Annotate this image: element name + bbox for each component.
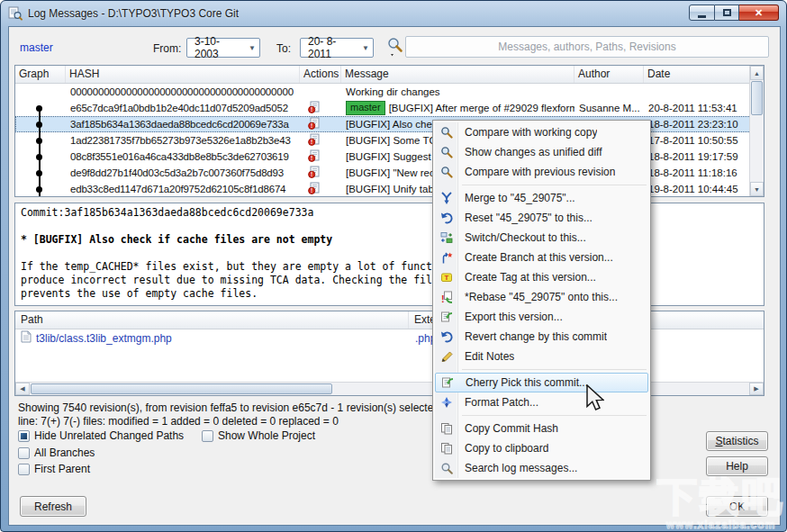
- column-header-actions[interactable]: Actions: [300, 66, 341, 83]
- menu-item-create-branch[interactable]: Create Branch at this version...: [435, 248, 648, 267]
- scroll-right-icon[interactable]: ▶: [749, 383, 764, 395]
- refresh-button[interactable]: Refresh: [20, 496, 86, 517]
- menu-item-edit-notes[interactable]: Edit Notes: [435, 347, 648, 366]
- commit-node-icon: [36, 122, 42, 128]
- table-row[interactable]: 08c8f3551e016a46ca433db8e8b5c3de62703619…: [15, 149, 764, 165]
- branch-icon: [438, 251, 456, 264]
- menu-item-switch-checkout[interactable]: Switch/Checkout to this...: [435, 228, 648, 248]
- column-header-message[interactable]: Message: [341, 66, 574, 83]
- minimize-icon: [698, 15, 706, 18]
- column-header-graph[interactable]: Graph: [15, 66, 66, 83]
- menu-item-revert[interactable]: Revert change by this commit: [435, 327, 648, 347]
- checkbox-unchecked-icon: [18, 464, 30, 475]
- vertical-scrollbar[interactable]: ▲ ▼: [749, 66, 764, 196]
- switch-icon: [438, 231, 456, 244]
- maximize-button[interactable]: [715, 5, 739, 21]
- menu-item-copy-commit-hash[interactable]: Copy Commit Hash: [435, 419, 648, 438]
- menu-item-merge-to[interactable]: Merge to "45_29075"...: [435, 188, 648, 208]
- ok-button[interactable]: OK: [706, 496, 768, 517]
- commit-message-pane[interactable]: Commit:3af185b634a1363daeda88bcedc6cd200…: [14, 203, 764, 306]
- checkbox-first-parent[interactable]: First Parent: [18, 463, 90, 475]
- close-button[interactable]: ✕: [739, 5, 779, 21]
- modified-action-icon: !: [308, 185, 320, 196]
- column-header-date[interactable]: Date: [644, 66, 764, 83]
- copy-icon: [438, 442, 456, 455]
- scrollbar-thumb[interactable]: [751, 81, 763, 115]
- table-row-selected[interactable]: 3af185b634a1363daeda88bcedc6cd20069e733a…: [15, 116, 764, 132]
- export-icon: [438, 311, 456, 323]
- file-path: t3lib/class.t3lib_extmgm.php: [36, 332, 172, 345]
- commit-node-icon: [36, 170, 42, 176]
- checkbox-hide-unrelated-changed-paths[interactable]: Hide Unrelated Changed Paths: [18, 429, 184, 442]
- horizontal-scrollbar[interactable]: ◀ ▶: [15, 382, 764, 395]
- tag-icon: T: [438, 271, 456, 284]
- menu-item-create-tag[interactable]: T Create Tag at this version...: [435, 267, 648, 287]
- commit-node-icon: [36, 105, 42, 112]
- menu-item-copy-to-clipboard[interactable]: Copy to clipboard: [435, 438, 648, 458]
- search-input[interactable]: [405, 36, 769, 58]
- modified-action-icon: !: [308, 121, 320, 131]
- undo-arrow-icon: [438, 330, 456, 343]
- svg-text:!: !: [311, 155, 312, 161]
- close-icon: ✕: [755, 7, 763, 19]
- table-row[interactable]: edb33c8ed1147d671a20f9752d62105c8f1d8674…: [15, 181, 764, 196]
- commit-node-icon: [36, 186, 42, 193]
- menu-item-unified-diff[interactable]: Show changes as unified diff: [435, 142, 648, 162]
- checkbox-all-branches[interactable]: All Branches: [18, 446, 95, 459]
- log-table-body: 0000000000000000000000000000000000000000…: [15, 84, 764, 196]
- svg-text:!: !: [311, 187, 312, 194]
- menu-item-export[interactable]: Export this version...: [435, 307, 648, 327]
- menu-item-rebase[interactable]: ! *Rebase "45_29075" onto this...: [435, 287, 648, 307]
- checkbox-unchecked-icon: [18, 447, 30, 459]
- menu-item-cherry-pick[interactable]: Cherry Pick this commit...: [435, 373, 648, 392]
- branch-link[interactable]: master: [20, 41, 53, 54]
- from-date-combobox[interactable]: 3-10-2003 ▼: [186, 38, 260, 58]
- scroll-left-icon[interactable]: ◀: [15, 383, 30, 395]
- column-header-path[interactable]: Path: [15, 311, 409, 329]
- table-row[interactable]: de9f8dd27b1f40d03c5d3a2b7c007360f75d8d93…: [15, 165, 764, 181]
- modified-action-icon: !: [308, 153, 320, 164]
- statistics-button[interactable]: Statistics: [706, 431, 768, 451]
- column-header-hash[interactable]: HASH: [66, 66, 300, 83]
- context-menu: Compare with working copy Show changes a…: [432, 120, 651, 481]
- from-date-value: 3-10-2003: [194, 35, 243, 60]
- svg-text:!: !: [441, 293, 445, 304]
- svg-text:T: T: [445, 274, 449, 282]
- search-filter-icon[interactable]: [387, 37, 403, 57]
- commit-node-icon: [36, 154, 42, 160]
- path-row[interactable]: t3lib/class.t3lib_extmgm.php .php: [15, 329, 764, 347]
- checkbox-checked-icon: [18, 430, 30, 442]
- modified-action-icon: !: [308, 104, 320, 115]
- scroll-down-icon[interactable]: ▼: [750, 182, 764, 196]
- magnifier-icon: [438, 126, 456, 139]
- menu-item-reset[interactable]: Reset "45_29075" to this...: [435, 208, 648, 228]
- menu-item-compare-working-copy[interactable]: Compare with working copy: [435, 122, 648, 142]
- table-row[interactable]: 0000000000000000000000000000000000000000…: [15, 84, 764, 100]
- menu-item-search-log[interactable]: Search log messages...: [435, 458, 648, 478]
- changed-paths-pane: Path Extension t3lib/class.t3lib_extmgm.…: [14, 311, 764, 396]
- scrollbar-thumb[interactable]: [31, 383, 332, 394]
- svg-text:!: !: [311, 171, 312, 177]
- menu-item-compare-previous[interactable]: Compare with previous revision: [435, 162, 648, 182]
- undo-arrow-icon: [438, 212, 456, 224]
- table-row[interactable]: 1ad22381735f7bb65273b973e5326e1a8b2b3e43…: [15, 132, 764, 149]
- merge-icon: [438, 192, 456, 204]
- svg-text:!: !: [311, 139, 312, 145]
- minimize-button[interactable]: [689, 5, 715, 21]
- revision-log-table: Graph HASH Actions Message Author Date 0…: [14, 65, 764, 197]
- path-table-header[interactable]: Path Extension: [15, 311, 764, 329]
- to-date-combobox[interactable]: 20- 8-2011 ▼: [300, 38, 374, 58]
- modified-action-icon: !: [308, 137, 320, 148]
- branch-badge-master: master: [346, 101, 385, 115]
- table-row[interactable]: e65c7dca9f1a0bdb1b2e40dc11d07d5209ad5052…: [15, 100, 764, 116]
- help-button[interactable]: Help: [706, 456, 768, 476]
- column-header-author[interactable]: Author: [574, 66, 644, 83]
- title-bar[interactable]: Log Messages - D:\TYPO3\TYPO3 Core Git ✕: [1, 1, 786, 26]
- menu-item-format-patch[interactable]: Format Patch...: [435, 392, 648, 412]
- scroll-up-icon[interactable]: ▲: [750, 66, 764, 80]
- checkbox-show-whole-project[interactable]: Show Whole Project: [202, 429, 315, 442]
- maximize-icon: [723, 9, 731, 16]
- client-area: master From: 3-10-2003 ▼ To: 20- 8-2011 …: [8, 26, 781, 526]
- log-table-header[interactable]: Graph HASH Actions Message Author Date: [15, 66, 764, 84]
- rebase-icon: !: [438, 291, 456, 303]
